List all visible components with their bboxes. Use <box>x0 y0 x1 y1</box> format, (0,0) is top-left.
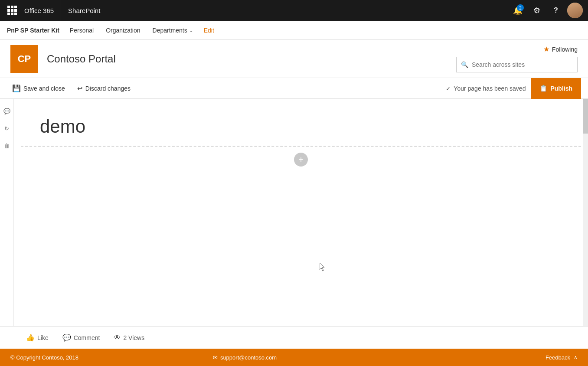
saved-message-text: Your page has been saved <box>454 85 526 92</box>
scrollbar-thumb[interactable] <box>583 99 588 134</box>
gear-icon: ⚙ <box>533 6 540 15</box>
site-name: PnP SP Starter Kit <box>7 27 59 34</box>
user-avatar[interactable] <box>567 3 583 18</box>
discard-icon: ↩ <box>77 85 83 92</box>
like-label: Like <box>37 334 49 341</box>
site-navigation: PnP SP Starter Kit Personal Organization… <box>0 21 588 40</box>
following-label: Following <box>552 46 578 53</box>
save-and-close-button[interactable]: 💾 Save and close <box>7 82 70 95</box>
like-icon: 👍 <box>26 333 35 342</box>
search-icon: 🔍 <box>461 61 468 68</box>
saved-message: ✓ Your page has been saved <box>446 85 526 92</box>
header-right-actions: ★ Following 🔍 <box>456 45 578 72</box>
comment-icon: 💬 <box>3 108 10 114</box>
main-content-wrapper: 💬 ↻ 🗑 demo + <box>0 99 588 326</box>
nav-label-edit: Edit <box>204 27 214 34</box>
help-button[interactable]: ? <box>548 3 564 18</box>
chevron-down-icon: ⌄ <box>189 27 193 33</box>
avatar-image <box>567 3 583 18</box>
nav-item-edit[interactable]: Edit <box>200 27 218 34</box>
settings-button[interactable]: ⚙ <box>529 3 545 18</box>
nav-label-personal: Personal <box>70 27 94 34</box>
search-input[interactable] <box>472 61 573 68</box>
question-icon: ? <box>554 7 558 14</box>
nav-item-personal[interactable]: Personal <box>65 21 99 40</box>
like-button[interactable]: 👍 Like <box>26 333 49 342</box>
check-icon: ✓ <box>446 85 451 92</box>
page-title-area[interactable]: demo <box>14 99 588 146</box>
waffle-menu-button[interactable] <box>5 3 19 17</box>
notification-badge: 2 <box>517 4 524 11</box>
comment-button[interactable]: 💬 Comment <box>62 333 100 342</box>
discard-changes-label: Discard changes <box>85 85 131 92</box>
plus-icon: + <box>298 155 304 164</box>
publish-button[interactable]: 📋 Publish <box>531 78 581 99</box>
nav-item-departments[interactable]: Departments ⌄ <box>147 21 199 40</box>
save-icon: 💾 <box>12 84 21 92</box>
site-logo-text: CP <box>18 53 31 65</box>
notification-button[interactable]: 🔔 2 <box>510 3 526 18</box>
feedback-label: Feedback <box>546 354 570 361</box>
publish-label: Publish <box>550 85 572 92</box>
views-indicator: 👁 2 Views <box>114 334 144 342</box>
footer-right: Feedback ∧ <box>546 354 578 361</box>
left-sidebar: 💬 ↻ 🗑 <box>0 99 14 326</box>
search-box[interactable]: 🔍 <box>456 57 578 72</box>
views-label: 2 Views <box>123 334 144 341</box>
sidebar-delete-icon[interactable]: 🗑 <box>2 141 12 151</box>
save-and-close-label: Save and close <box>23 85 65 92</box>
top-bar-actions: 🔔 2 ⚙ ? <box>510 3 583 18</box>
edit-toolbar: 💾 Save and close ↩ Discard changes ✓ You… <box>0 78 588 99</box>
following-button[interactable]: ★ Following <box>543 45 578 53</box>
copyright-text: © Copyright Contoso, 2018 <box>10 354 78 361</box>
top-navigation-bar: Office 365 SharePoint 🔔 2 ⚙ ? <box>0 0 588 21</box>
feedback-button[interactable]: Feedback <box>546 354 570 361</box>
sidebar-comment-icon[interactable]: 💬 <box>2 106 12 116</box>
page-footer: © Copyright Contoso, 2018 ✉ support@cont… <box>0 349 588 366</box>
office-brand: Office 365 <box>24 0 61 21</box>
nav-item-organization[interactable]: Organization <box>101 21 145 40</box>
product-name: SharePoint <box>68 7 100 14</box>
discard-changes-button[interactable]: ↩ Discard changes <box>72 82 136 95</box>
page-body[interactable] <box>14 173 588 303</box>
content-area: demo + <box>14 99 588 326</box>
support-email: support@contoso.com <box>220 354 277 361</box>
footer-contact: ✉ support@contoso.com <box>213 354 277 361</box>
page-title[interactable]: demo <box>40 116 85 137</box>
scrollbar-track[interactable] <box>583 99 588 326</box>
office-app-name: Office 365 <box>24 7 54 14</box>
delete-icon: 🗑 <box>4 143 10 149</box>
share-icon: ↻ <box>4 125 9 132</box>
email-icon: ✉ <box>213 354 218 361</box>
star-icon: ★ <box>543 45 549 53</box>
site-title: Contoso Portal <box>47 53 116 65</box>
page-header: CP Contoso Portal ★ Following 🔍 <box>0 40 588 78</box>
publish-icon: 📋 <box>539 85 548 92</box>
page-canvas: demo + <box>14 99 588 326</box>
comment-icon: 💬 <box>62 333 71 342</box>
add-section-button[interactable]: + <box>294 153 308 167</box>
nav-label-departments: Departments <box>153 27 187 34</box>
nav-label-organization: Organization <box>106 27 140 34</box>
add-section-area[interactable]: + <box>14 147 588 173</box>
sidebar-share-icon[interactable]: ↻ <box>2 123 12 134</box>
chevron-up-icon: ∧ <box>574 354 578 360</box>
site-logo: CP <box>10 45 38 73</box>
views-icon: 👁 <box>114 334 121 342</box>
toolbar-right: ✓ Your page has been saved 📋 Publish <box>446 78 581 99</box>
bottom-action-bar: 👍 Like 💬 Comment 👁 2 Views <box>0 326 588 349</box>
comment-label: Comment <box>74 334 100 341</box>
